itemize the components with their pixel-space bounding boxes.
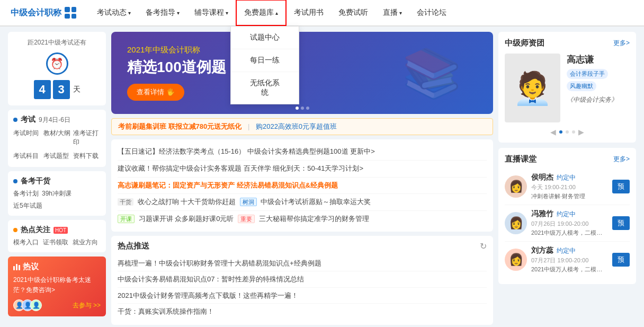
countdown-box: 距2021中级考试还有 ⏰ 4 3 天: [8, 32, 106, 105]
push-item-4[interactable]: 干货：真账实训系统操作指南！: [118, 304, 487, 320]
live-section-header: 直播课堂 更多>: [505, 154, 630, 164]
live-desc-2: 2021中级万人模考，二模高频...: [531, 229, 608, 237]
teacher-nav-dot-1[interactable]: [559, 130, 562, 134]
hot-link-career[interactable]: 就业方向: [73, 238, 98, 247]
hot-focus-header: 热点关注 HOT: [13, 225, 101, 235]
teacher-photo: 🧑‍💼: [505, 54, 560, 122]
main-content: 距2021中级考试还有 ⏰ 4 3 天 考试 9月4日-6日 考试时间 教材/大…: [0, 26, 644, 327]
live-info-2: 冯雅竹 约定中 07月26日 19:00-20:00 2021中级万人模考，二模…: [531, 209, 608, 237]
exam-link-admit[interactable]: 准考证打印: [73, 128, 101, 148]
hot-focus-title: 热点关注: [21, 225, 50, 235]
live-avatar-2: 👩: [505, 212, 527, 234]
nav-item-live[interactable]: 直播 ▾: [375, 0, 409, 26]
live-name-2: 冯雅竹: [531, 209, 553, 219]
exam-link-types[interactable]: 考试题型: [43, 151, 71, 162]
hot-focus-section: 热点关注 HOT 模考入口 证书领取 就业方向: [8, 220, 106, 252]
live-more-link[interactable]: 更多>: [613, 155, 630, 164]
live-desc-3: 2021中级万人模考，二模高频...: [531, 266, 608, 273]
prep-link-plan[interactable]: 备考计划: [13, 189, 39, 198]
dropdown-item-paperless[interactable]: 无纸化系统: [231, 72, 299, 104]
hot-focus-links: 模考入口 证书领取 就业方向: [13, 238, 101, 247]
news-item-3[interactable]: 高志谦刷题笔记：固定资产与无形资产 经济法易错易混知识点&经典例题: [118, 178, 487, 195]
live-name-row-1: 侯明杰 约定中: [531, 173, 608, 182]
live-name-row-2: 冯雅竹 约定中: [531, 209, 608, 219]
logo[interactable]: 中级会计职称: [11, 7, 76, 19]
teacher-name: 高志谦: [567, 54, 630, 66]
tag-tree: 树洞: [240, 198, 257, 206]
nav-item-question-bank[interactable]: 免费题库 ▴: [236, 0, 287, 26]
logo-icon: [65, 7, 76, 19]
teacher-more-link[interactable]: 更多>: [613, 39, 630, 48]
teacher-course: 《中级会计实务》: [567, 95, 630, 104]
nav-item-exam-news[interactable]: 考试动态 ▾: [90, 0, 138, 26]
dropdown-item-exam-center[interactable]: 试题中心: [231, 26, 299, 49]
live-name-row-3: 刘方蕊 约定中: [531, 246, 608, 255]
exam-link-time[interactable]: 考试时间: [13, 128, 41, 148]
news-item-5[interactable]: 开课 习题课开讲 众多刷题好课0元听 重要 三大秘籍帮你搞定准学习的财务管理: [118, 211, 487, 227]
countdown-title: 距2021中级考试还有: [14, 38, 100, 47]
exam-link-textbook[interactable]: 教材/大纲: [43, 128, 71, 148]
teacher-nav-dot-3[interactable]: [572, 130, 575, 134]
goto-discussion-link[interactable]: 去参与 >>: [73, 301, 101, 310]
push-item-1[interactable]: 再梳理一遍！中级会计职称财务管理十大易错易混知识点+经典例题: [118, 255, 487, 272]
live-name-3: 刘方蕊: [531, 246, 553, 255]
promo-spacer: |: [248, 122, 249, 130]
news-list: 【五日速记】经济法数字类考点（15-16） 中级会计实务精选典型例题100道 更…: [111, 139, 493, 232]
push-item-2[interactable]: 中级会计实务易错易混知识点07：暂时性差异的特殊情况总结: [118, 271, 487, 288]
push-item-3[interactable]: 2021中级会计财务管理高频考点下载版！这些再精学一遍！: [118, 288, 487, 304]
hot-push-header: 热点推送 ↻: [118, 241, 487, 251]
teacher-tags: 会计界段子手 风趣幽默: [567, 69, 630, 91]
hot-link-mock[interactable]: 模考入口: [13, 238, 39, 247]
nav-item-forum[interactable]: 会计论坛: [409, 0, 454, 26]
exam-link-subjects[interactable]: 考试科目: [13, 151, 41, 162]
prep-title: 备考干货: [21, 176, 50, 186]
teacher-nav-dot-2[interactable]: [566, 130, 569, 134]
right-sidebar: 中级师资团 更多> 🧑‍💼 高志谦 会计界段子手 风趣幽默 《中级会计实务》 ◀: [498, 32, 636, 325]
avatar-3: 👤: [30, 299, 42, 311]
hot-discussion-bottom: 👤 👤 👤 去参与 >>: [13, 299, 101, 311]
teacher-prev-icon[interactable]: ◀: [550, 128, 556, 136]
live-item-3: 👩 刘方蕊 约定中 07月27日 19:00-20:00 2021中级万人模考，…: [505, 242, 630, 278]
banner-title: 精选100道例题: [127, 57, 226, 77]
nav-item-free-listen[interactable]: 免费试听: [331, 0, 375, 26]
hot-badge: HOT: [53, 227, 68, 234]
live-item-2: 👩 冯雅竹 约定中 07月26日 19:00-20:00 2021中级万人模考，…: [505, 205, 630, 242]
live-time-1: 今天 19:00-21:00: [531, 183, 608, 191]
prep-section-header: 备考干货: [13, 176, 101, 186]
prep-links: 备考计划 39h冲刺课 近5年试题: [13, 189, 101, 210]
prep-section: 备考干货 备考计划 39h冲刺课 近5年试题: [8, 171, 106, 216]
nav-item-books[interactable]: 考试用书: [287, 0, 331, 26]
tag-important: 重要: [238, 215, 255, 223]
hot-push-title: 热点推送: [118, 241, 149, 251]
hot-push-section: 热点推送 ↻ 再梳理一遍！中级会计职称财务管理十大易错易混知识点+经典例题 中级…: [111, 236, 493, 325]
news-item-4[interactable]: 干货 收心之战打响 十大干货助你赶超 树洞 中级会计考试祈愿贴～抽取幸运大奖: [118, 194, 487, 211]
live-section: 直播课堂 更多> 👩 侯明杰 约定中 今天 19:00-21:00 冲刺卷讲解·…: [498, 148, 636, 284]
news-item-2[interactable]: 建议收藏！帮你搞定中级会计实务客观题 百天伴学 细化到天：50-41天学习计划>: [118, 161, 487, 178]
live-name-1: 侯明杰: [531, 173, 553, 182]
teacher-section-header: 中级师资团 更多>: [505, 38, 630, 48]
chevron-up-icon: ▴: [275, 10, 278, 16]
live-btn-1[interactable]: 预: [612, 180, 630, 193]
question-bank-dropdown: 试题中心 每日一练 无纸化系统: [230, 26, 299, 104]
banner-detail-button[interactable]: 查看详情 🖐: [127, 84, 184, 101]
tag-start: 开课: [118, 215, 135, 223]
hot-link-cert[interactable]: 证书领取: [43, 238, 68, 247]
refresh-icon[interactable]: ↻: [480, 241, 487, 251]
exam-link-download[interactable]: 资料下载: [73, 151, 101, 162]
dropdown-item-daily[interactable]: 每日一练: [231, 49, 299, 72]
nav-item-prep[interactable]: 备考指导 ▾: [138, 0, 187, 26]
teacher-next-icon[interactable]: ▶: [578, 128, 584, 136]
chevron-down-icon: ▾: [226, 10, 228, 16]
news-item-1[interactable]: 【五日速记】经济法数字类考点（15-16） 中级会计实务精选典型例题100道 更…: [118, 144, 487, 161]
nav-item-courses[interactable]: 辅导课程 ▾: [187, 0, 236, 26]
prep-link-past[interactable]: 近5年试题: [13, 201, 42, 210]
banner-year: 2021年中级会计职称: [127, 45, 226, 55]
live-desc-1: 冲刺卷讲解·财务管理: [531, 192, 608, 200]
exam-section-header: 考试 9月4日-6日: [13, 115, 101, 125]
exam-links: 考试时间 教材/大纲 准考证打印 考试科目 考试题型 资料下载: [13, 128, 101, 162]
live-btn-2[interactable]: 预: [612, 216, 630, 230]
live-btn-3[interactable]: 预: [612, 253, 630, 267]
teacher-tag-1: 会计界段子手: [567, 69, 608, 79]
header: 中级会计职称 考试动态 ▾ 备考指导 ▾ 辅导课程 ▾ 免费题库 ▴: [0, 0, 644, 26]
prep-link-rush[interactable]: 39h冲刺课: [42, 189, 71, 198]
